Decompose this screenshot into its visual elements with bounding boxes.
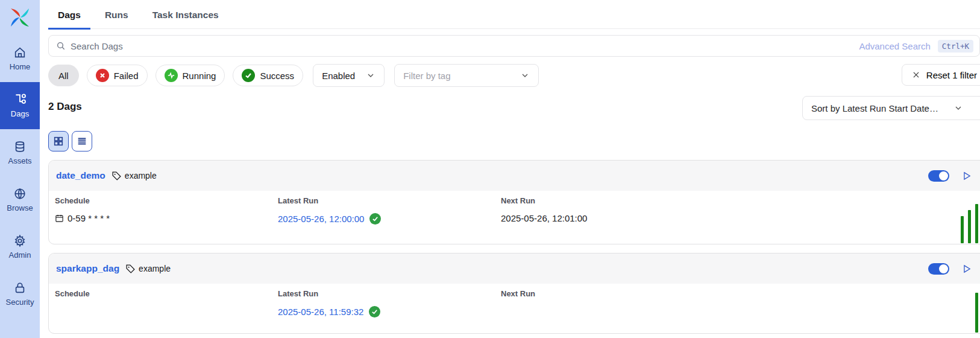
latest-run-link[interactable]: 2025-05-26, 11:59:32: [278, 307, 363, 317]
card-view-button[interactable]: [48, 131, 69, 151]
enabled-select-value: Enabled: [322, 71, 355, 81]
airflow-pinwheel-icon: [8, 5, 32, 30]
next-run-column: Next Run: [501, 289, 980, 333]
tag-icon: [112, 171, 122, 181]
schedule-value: 0-59 * * * *: [55, 213, 278, 223]
success-badge-icon: [369, 213, 381, 225]
filter-chip-label: Failed: [114, 71, 139, 81]
table-view-button[interactable]: [72, 131, 92, 151]
sort-select-value: Sort by Latest Run Start Date…: [811, 103, 938, 113]
sidebar-item-label: Assets: [8, 156, 31, 165]
sidebar-item-dags[interactable]: Dags: [0, 82, 40, 129]
dag-enabled-toggle[interactable]: [928, 263, 949, 275]
main-content: Dags Runs Task Instances Advanced Search…: [40, 0, 980, 338]
filter-chip-label: Success: [260, 71, 294, 81]
running-pulse-icon: [165, 69, 178, 82]
airflow-logo[interactable]: [0, 0, 40, 35]
sidebar-item-label: Security: [6, 298, 34, 307]
latest-run-link[interactable]: 2025-05-26, 12:00:00: [278, 214, 364, 224]
latest-run-column: Latest Run 2025-05-26, 11:59:32: [278, 289, 501, 333]
next-run-label: Next Run: [501, 289, 980, 298]
sidebar-item-security[interactable]: Security: [0, 270, 40, 317]
browse-icon: [13, 187, 27, 200]
sidebar-item-browse[interactable]: Browse: [0, 176, 40, 223]
failed-x-icon: [96, 69, 109, 82]
run-history-bar[interactable]: [968, 210, 971, 243]
filter-chip-all[interactable]: All: [48, 65, 79, 86]
enabled-select[interactable]: Enabled: [313, 64, 385, 87]
dag-card-sparkapp-dag: sparkapp_dag example: [48, 253, 980, 334]
sort-select[interactable]: Sort by Latest Run Start Date…: [802, 96, 980, 120]
sidebar-item-home[interactable]: Home: [0, 35, 40, 82]
latest-run-label: Latest Run: [278, 289, 501, 298]
sidebar: Home Dags Assets Browse: [0, 0, 40, 338]
success-badge-icon: [369, 306, 380, 317]
dag-enabled-toggle[interactable]: [928, 170, 949, 182]
summary-row: 2 Dags Sort by Latest Run Start Date…: [48, 99, 980, 123]
tab-runs[interactable]: Runs: [95, 4, 138, 30]
home-icon: [13, 46, 27, 59]
tab-dags[interactable]: Dags: [48, 4, 90, 30]
calendar-icon: [55, 214, 68, 223]
tab-task-instances[interactable]: Task Instances: [143, 4, 228, 30]
airflow-dags-page: Home Dags Assets Browse: [0, 0, 980, 338]
schedule-label: Schedule: [55, 196, 278, 205]
trigger-dag-button[interactable]: [961, 171, 972, 181]
sidebar-item-assets[interactable]: Assets: [0, 129, 40, 176]
shortcut-badge: Ctrl+K: [938, 40, 973, 53]
assets-icon: [13, 140, 27, 153]
dag-card-date-demo: date_demo example: [48, 160, 980, 244]
dag-card-body: Schedule 0-59 * * * * Latest Run 2025-05…: [49, 191, 980, 244]
dag-tag[interactable]: example: [125, 171, 157, 180]
play-icon: [961, 264, 972, 274]
filter-chip-label: All: [58, 71, 69, 81]
tab-bar: Dags Runs Task Instances: [48, 0, 980, 29]
dag-card-header: sparkapp_dag example: [49, 253, 980, 284]
dag-card-header: date_demo example: [49, 161, 980, 191]
tag-filter-select[interactable]: Filter by tag: [394, 64, 539, 87]
next-run-value: 2025-05-26, 12:01:00: [501, 213, 980, 223]
sidebar-item-label: Dags: [11, 109, 29, 118]
security-lock-icon: [13, 281, 27, 295]
list-view-icon: [77, 136, 87, 147]
chevron-down-icon: [366, 71, 375, 80]
filter-chip-success[interactable]: Success: [233, 65, 303, 86]
schedule-label: Schedule: [55, 289, 278, 298]
reset-filters-label: Reset 1 filter: [926, 70, 977, 80]
next-run-label: Next Run: [501, 196, 980, 205]
run-history-bars: [975, 293, 978, 333]
next-run-column: Next Run 2025-05-26, 12:01:00: [501, 196, 980, 244]
search-input[interactable]: [71, 41, 859, 51]
chevron-down-icon: [520, 71, 530, 80]
view-toggle-group: [48, 131, 980, 151]
filter-chip-label: Running: [183, 71, 216, 81]
chevron-down-icon: [953, 103, 963, 113]
tag-filter-placeholder: Filter by tag: [403, 71, 450, 81]
dag-name-link[interactable]: date_demo: [56, 170, 105, 181]
run-history-bars: [961, 204, 978, 243]
run-history-bar[interactable]: [961, 216, 964, 243]
success-check-icon: [242, 69, 255, 82]
admin-gear-icon: [13, 234, 27, 247]
latest-run-label: Latest Run: [278, 196, 501, 205]
schedule-column: Schedule 0-59 * * * *: [55, 196, 278, 244]
run-history-bar[interactable]: [975, 204, 978, 243]
tag-icon: [125, 264, 136, 274]
grid-view-icon: [53, 136, 64, 147]
close-icon: [912, 71, 920, 79]
sidebar-item-admin[interactable]: Admin: [0, 223, 40, 270]
dag-tag[interactable]: example: [139, 264, 171, 273]
dag-name-link[interactable]: sparkapp_dag: [56, 263, 119, 274]
sidebar-item-label: Admin: [9, 250, 31, 260]
run-history-bar[interactable]: [975, 293, 978, 333]
search-icon: [56, 41, 66, 51]
dag-card-body: Schedule Latest Run 2025-05-26, 11:59:32…: [49, 284, 980, 333]
filter-chip-running[interactable]: Running: [155, 65, 225, 86]
search-bar: Advanced Search Ctrl+K: [48, 35, 980, 57]
reset-filters-button[interactable]: Reset 1 filter: [902, 64, 980, 86]
sidebar-item-label: Home: [10, 62, 31, 71]
filter-chip-failed[interactable]: Failed: [87, 65, 148, 86]
trigger-dag-button[interactable]: [961, 264, 972, 274]
schedule-text: 0-59 * * * *: [68, 213, 110, 223]
advanced-search-link[interactable]: Advanced Search: [859, 41, 930, 51]
